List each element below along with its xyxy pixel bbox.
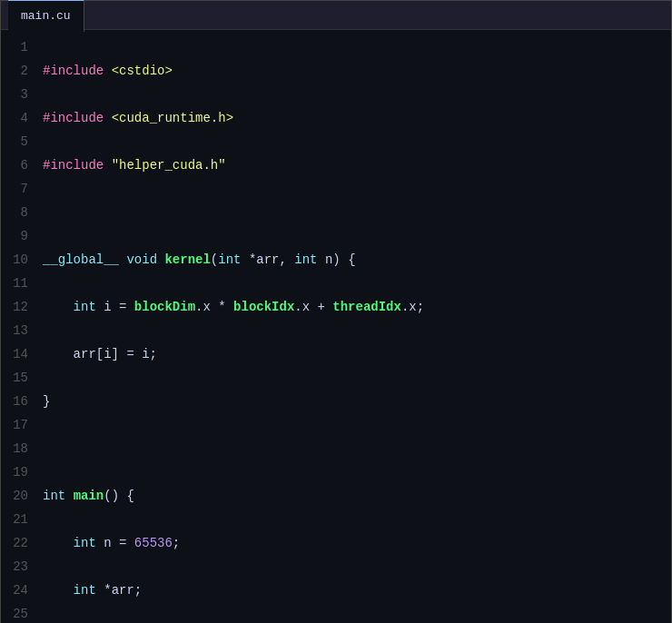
code-line-10: int main() { [43,484,671,508]
editor-window: main.cu 1 2 3 4 5 6 7 8 9 10 11 12 13 14… [0,0,672,623]
code-line-6: int i = blockDim.x * blockIdx.x + thread… [43,295,671,319]
line-numbers: 1 2 3 4 5 6 7 8 9 10 11 12 13 14 15 16 1… [1,35,35,623]
file-tab[interactable]: main.cu [8,0,84,32]
code-line-5: __global__ void kernel(int *arr, int n) … [43,248,671,272]
code-line-4 [43,201,671,224]
code-area: 1 2 3 4 5 6 7 8 9 10 11 12 13 14 15 16 1… [1,30,671,623]
code-line-2: #include <cuda_runtime.h> [43,106,671,130]
code-editor[interactable]: #include <cstdio> #include <cuda_runtime… [35,35,671,623]
title-bar: main.cu [1,1,671,30]
code-line-11: int n = 65536; [43,531,671,555]
code-line-7: arr[i] = i; [43,342,671,366]
code-line-9 [43,437,671,460]
code-line-1: #include <cstdio> [43,59,671,83]
code-line-8: } [43,390,671,413]
code-line-3: #include "helper_cuda.h" [43,153,671,177]
code-line-12: int *arr; [43,578,671,602]
